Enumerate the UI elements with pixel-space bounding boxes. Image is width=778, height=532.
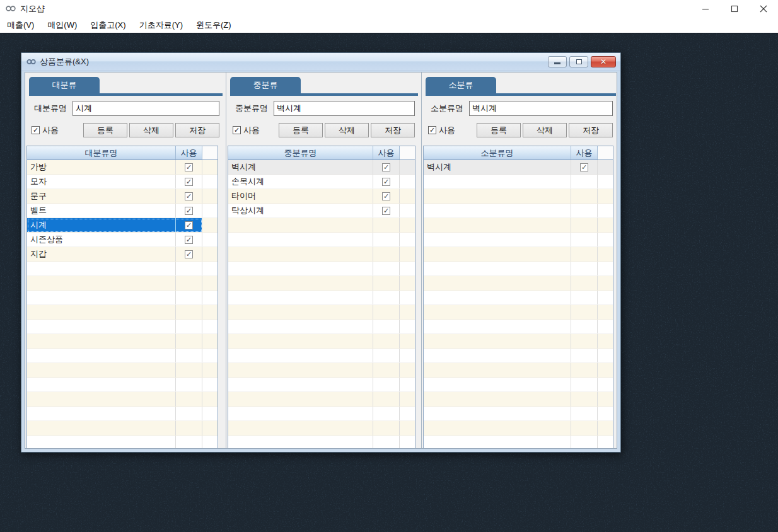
column-header-use[interactable]: 사용 bbox=[571, 146, 598, 159]
grid-row[interactable] bbox=[424, 175, 613, 189]
category-name-cell[interactable] bbox=[424, 204, 571, 217]
category-name-cell[interactable] bbox=[424, 421, 571, 435]
grid-row[interactable]: 벽시계✓ bbox=[424, 160, 613, 175]
category-name-cell[interactable]: 손목시계 bbox=[228, 175, 373, 188]
grid-row[interactable] bbox=[228, 436, 415, 448]
grid-row[interactable] bbox=[424, 204, 613, 218]
register-button[interactable]: 등록 bbox=[477, 123, 521, 137]
dialog-minimize-button[interactable] bbox=[548, 56, 567, 67]
grid-row[interactable]: 모자✓ bbox=[27, 175, 218, 189]
grid-row[interactable]: 문구✓ bbox=[27, 189, 218, 204]
category-name-cell[interactable] bbox=[424, 407, 571, 420]
grid-row[interactable]: 벨트✓ bbox=[27, 204, 218, 218]
category-name-cell[interactable] bbox=[27, 421, 176, 435]
grid-row[interactable] bbox=[27, 291, 218, 305]
category-name-cell[interactable] bbox=[228, 291, 373, 304]
grid-row[interactable] bbox=[424, 276, 613, 291]
column-header-name[interactable]: 소분류명 bbox=[424, 146, 571, 159]
column-header-use[interactable]: 사용 bbox=[176, 146, 202, 159]
grid-row[interactable] bbox=[228, 392, 415, 407]
grid-row[interactable] bbox=[228, 218, 415, 233]
save-button[interactable]: 저장 bbox=[175, 123, 219, 137]
category-name-cell[interactable] bbox=[27, 276, 176, 290]
category-name-cell[interactable] bbox=[228, 363, 373, 377]
grid-row[interactable] bbox=[228, 276, 415, 291]
category-name-cell[interactable] bbox=[424, 218, 571, 232]
grid-row[interactable] bbox=[27, 276, 218, 291]
grid-row[interactable] bbox=[27, 421, 218, 436]
category-name-cell[interactable]: 탁상시계 bbox=[228, 204, 373, 217]
delete-button[interactable]: 삭제 bbox=[523, 123, 567, 137]
row-use-checkbox[interactable]: ✓ bbox=[580, 163, 588, 171]
column-header-name[interactable]: 중분류명 bbox=[228, 146, 373, 159]
category-name-cell[interactable] bbox=[228, 320, 373, 333]
category-name-cell[interactable] bbox=[27, 363, 176, 377]
dialog-restore-button[interactable] bbox=[569, 56, 588, 67]
grid-row[interactable] bbox=[424, 392, 613, 407]
grid-row[interactable] bbox=[424, 407, 613, 421]
grid-row[interactable] bbox=[228, 421, 415, 436]
delete-button[interactable]: 삭제 bbox=[325, 123, 369, 137]
category-name-cell[interactable] bbox=[424, 175, 571, 188]
major-name-input[interactable] bbox=[73, 101, 219, 116]
row-use-checkbox[interactable]: ✓ bbox=[382, 207, 390, 215]
dialog-close-button[interactable]: ✕ bbox=[591, 56, 616, 67]
category-name-cell[interactable] bbox=[228, 407, 373, 420]
category-name-cell[interactable] bbox=[228, 305, 373, 319]
grid-row[interactable] bbox=[228, 305, 415, 320]
grid-row[interactable] bbox=[424, 262, 613, 276]
register-button[interactable]: 등록 bbox=[279, 123, 323, 137]
grid-row[interactable] bbox=[424, 247, 613, 262]
menu-sales[interactable]: 매출(V) bbox=[1, 17, 40, 33]
category-name-cell[interactable]: 벨트 bbox=[27, 204, 176, 217]
category-name-cell[interactable] bbox=[424, 320, 571, 333]
category-name-cell[interactable] bbox=[424, 378, 571, 391]
column-header-name[interactable]: 대분류명 bbox=[27, 146, 176, 159]
category-name-cell[interactable] bbox=[27, 291, 176, 304]
save-button[interactable]: 저장 bbox=[371, 123, 415, 137]
grid-row[interactable] bbox=[27, 262, 218, 276]
category-name-cell[interactable] bbox=[228, 247, 373, 261]
grid-row[interactable] bbox=[228, 349, 415, 363]
grid-row[interactable] bbox=[27, 363, 218, 378]
category-name-cell[interactable] bbox=[424, 436, 571, 448]
minimize-button[interactable] bbox=[691, 0, 720, 17]
grid-row[interactable] bbox=[228, 320, 415, 334]
menu-basedata[interactable]: 기초자료(Y) bbox=[133, 17, 189, 33]
grid-row[interactable]: 벽시계✓ bbox=[228, 160, 415, 175]
menu-inout[interactable]: 입출고(X) bbox=[84, 17, 132, 33]
grid-row[interactable] bbox=[27, 436, 218, 448]
row-use-checkbox[interactable]: ✓ bbox=[382, 163, 390, 171]
grid-row[interactable] bbox=[27, 378, 218, 392]
middle-name-input[interactable] bbox=[274, 101, 415, 116]
grid-row[interactable] bbox=[424, 378, 613, 392]
category-name-cell[interactable]: 타이머 bbox=[228, 189, 373, 203]
grid-row[interactable]: 가방✓ bbox=[27, 160, 218, 175]
row-use-checkbox[interactable]: ✓ bbox=[185, 250, 193, 258]
menu-window[interactable]: 윈도우(Z) bbox=[190, 17, 238, 33]
grid-row[interactable] bbox=[27, 334, 218, 349]
minor-name-input[interactable] bbox=[469, 101, 613, 116]
category-name-cell[interactable] bbox=[424, 189, 571, 203]
category-name-cell[interactable] bbox=[228, 334, 373, 348]
grid-row[interactable] bbox=[27, 407, 218, 421]
category-name-cell[interactable] bbox=[27, 392, 176, 406]
grid-row[interactable] bbox=[424, 233, 613, 247]
row-use-checkbox[interactable]: ✓ bbox=[185, 236, 193, 244]
grid-row[interactable] bbox=[424, 320, 613, 334]
save-button[interactable]: 저장 bbox=[569, 123, 613, 137]
category-name-cell[interactable]: 벽시계 bbox=[228, 160, 373, 174]
category-name-cell[interactable] bbox=[228, 436, 373, 448]
category-name-cell[interactable] bbox=[27, 436, 176, 448]
grid-row[interactable] bbox=[424, 436, 613, 448]
dialog-titlebar[interactable]: 상품분류(&X) ✕ bbox=[21, 53, 620, 71]
category-name-cell[interactable] bbox=[424, 334, 571, 348]
category-name-cell[interactable] bbox=[228, 378, 373, 391]
menu-purchase[interactable]: 매입(W) bbox=[41, 17, 83, 33]
row-use-checkbox[interactable]: ✓ bbox=[185, 207, 193, 215]
tab-major-category[interactable]: 대분류 bbox=[29, 77, 100, 93]
category-name-cell[interactable] bbox=[228, 421, 373, 435]
use-checkbox[interactable]: ✓ bbox=[428, 126, 436, 134]
category-name-cell[interactable] bbox=[228, 262, 373, 275]
grid-row[interactable] bbox=[228, 407, 415, 421]
